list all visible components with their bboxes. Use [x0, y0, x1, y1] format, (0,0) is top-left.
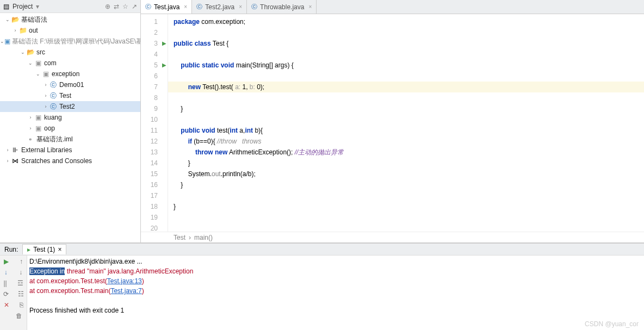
tree-node[interactable]: ›▣oop	[0, 123, 140, 134]
gutter: 1234567891011121314151617181920	[141, 14, 168, 232]
java-file-icon: ⓒ	[251, 3, 257, 11]
tree-node[interactable]: ⌄▣exception	[0, 69, 140, 79]
code-area[interactable]: 1234567891011121314151617181920 package …	[141, 14, 644, 232]
close-icon[interactable]: ×	[239, 4, 242, 10]
close-icon[interactable]: ×	[308, 4, 312, 10]
console-output[interactable]: D:\Environment\jdk8\jdk\bin\java.exe ...…	[27, 256, 644, 330]
run-label: Run:	[4, 246, 18, 253]
breadcrumb-item[interactable]: main()	[194, 234, 213, 241]
tree-node[interactable]: ›📁out	[0, 25, 140, 36]
tree-node[interactable]: ›▣kuang	[0, 112, 140, 123]
tree-node[interactable]: ▫基础语法.iml	[0, 134, 140, 145]
tab-label: Throwable.java	[260, 3, 304, 11]
run-tab-icon: ▸	[27, 246, 30, 253]
toolbar-icon[interactable]: ↗	[132, 3, 137, 10]
project-toolbar[interactable]: ⊕⇄☆↗	[105, 3, 137, 10]
code-lines[interactable]: package com.exception;public class Test …	[168, 14, 644, 232]
editor-tab[interactable]: ⓒTest2.java×	[192, 0, 247, 14]
editor-pane: ⓒTest.java×ⓒTest2.java×ⓒThrowable.java× …	[141, 0, 644, 242]
close-icon[interactable]: ×	[184, 4, 187, 10]
editor-tab[interactable]: ⓒTest.java×	[141, 0, 192, 14]
toolbar-icon[interactable]: ⊕	[105, 3, 110, 10]
tree-node[interactable]: ›Demo01	[0, 79, 140, 90]
run-tool-icon[interactable]: ||	[3, 279, 7, 287]
tab-label: Test.java	[154, 3, 179, 11]
project-header: ▤ Project ▾ ⊕⇄☆↗	[0, 0, 140, 13]
watermark: CSDN @yuan_cor	[585, 320, 639, 328]
run-tool-icon[interactable]: ↑	[20, 258, 23, 265]
run-header: Run: ▸ Test (1) ×	[0, 244, 644, 256]
editor-tab[interactable]: ⓒThrowable.java×	[247, 0, 317, 14]
project-title: Project	[13, 3, 33, 10]
tree-node[interactable]: ›⋈Scratches and Consoles	[0, 155, 140, 166]
tree-node[interactable]: ⌄📂src	[0, 47, 140, 58]
project-tree[interactable]: ⌄📂基础语法›📁out⌄▣基础语法 F:\班级管理\网课班\代码\JavaSE\…	[0, 13, 140, 242]
run-tool-icon[interactable]: ✕	[4, 301, 9, 309]
tree-node[interactable]: ⌄▣com	[0, 58, 140, 69]
java-file-icon: ⓒ	[145, 3, 151, 11]
run-tab-label: Test (1)	[33, 246, 55, 253]
run-tool-icon[interactable]: 🗑	[16, 312, 22, 320]
java-file-icon: ⓒ	[196, 3, 202, 11]
run-tools[interactable]: ▶↑↓↓||☲⟳☷✕⎘🗑	[0, 256, 27, 330]
tab-label: Test2.java	[205, 3, 234, 11]
run-tab[interactable]: ▸ Test (1) ×	[22, 244, 66, 254]
tree-node[interactable]: ›⊪External Libraries	[0, 145, 140, 155]
run-tool-icon[interactable]: ☲	[17, 279, 23, 287]
tree-node[interactable]: ⌄📂基础语法	[0, 14, 140, 25]
run-tool-icon[interactable]: ↓	[19, 269, 22, 276]
project-sidebar: ▤ Project ▾ ⊕⇄☆↗ ⌄📂基础语法›📁out⌄▣基础语法 F:\班级…	[0, 0, 141, 242]
breadcrumb-item[interactable]: Test	[174, 234, 185, 241]
run-tool-icon[interactable]: ⟳	[3, 290, 9, 298]
editor-tabs[interactable]: ⓒTest.java×ⓒTest2.java×ⓒThrowable.java×	[141, 0, 644, 14]
toolbar-icon[interactable]: ⇄	[114, 3, 119, 10]
tree-node[interactable]: ⌄▣基础语法 F:\班级管理\网课班\代码\JavaSE\基	[0, 36, 140, 47]
run-tool-icon[interactable]: ▶	[4, 258, 9, 265]
project-icon: ▤	[3, 3, 9, 10]
run-tool-icon[interactable]: ↓	[4, 269, 8, 276]
run-panel: Run: ▸ Test (1) × ▶↑↓↓||☲⟳☷✕⎘🗑 D:\Enviro…	[0, 243, 644, 330]
tree-node[interactable]: ›Test	[0, 90, 140, 101]
run-tool-icon[interactable]: ⎘	[20, 301, 23, 309]
tree-node[interactable]: ›Test2	[0, 101, 140, 112]
toolbar-icon[interactable]: ☆	[122, 3, 128, 10]
breadcrumb[interactable]: Test › main()	[141, 232, 644, 242]
close-icon[interactable]: ×	[58, 246, 61, 253]
run-tool-icon[interactable]: ☷	[18, 290, 24, 298]
